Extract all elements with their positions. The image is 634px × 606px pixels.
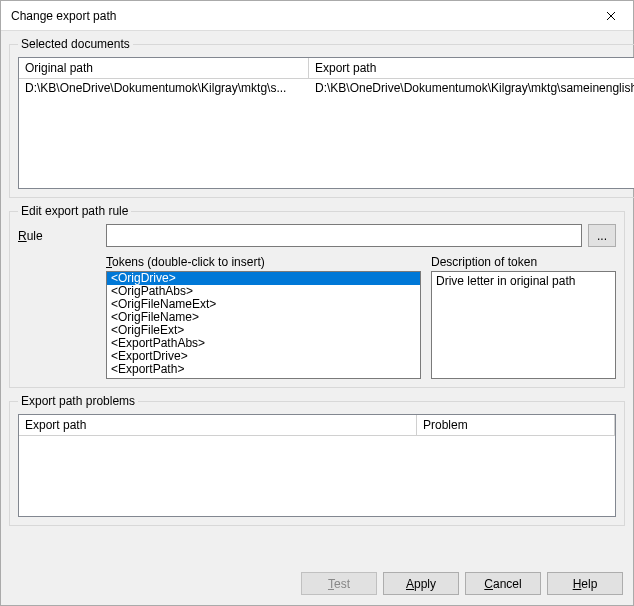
list-item[interactable]: <ExportPath> (107, 363, 420, 376)
problems-table[interactable]: Export path Problem (18, 414, 616, 517)
table-row[interactable]: D:\KB\OneDrive\Dokumentumok\Kilgray\mktg… (19, 79, 634, 97)
problems-group: Export path problems Export path Problem (9, 394, 625, 526)
column-header-export-path[interactable]: Export path (309, 58, 634, 78)
problems-table-header: Export path Problem (19, 415, 615, 436)
close-button[interactable] (588, 1, 633, 31)
cell-export-path: D:\KB\OneDrive\Dokumentumok\Kilgray\mktg… (309, 79, 634, 97)
dialog-content: Selected documents Original path Export … (1, 31, 633, 564)
column-header-export-path-2[interactable]: Export path (19, 415, 417, 435)
browse-button[interactable]: ... (588, 224, 616, 247)
close-icon (606, 11, 616, 21)
selected-documents-group: Selected documents Original path Export … (9, 37, 634, 198)
test-button: Test (301, 572, 377, 595)
documents-table-body: D:\KB\OneDrive\Dokumentumok\Kilgray\mktg… (19, 79, 634, 188)
description-column: Description of token Drive letter in ori… (431, 255, 616, 379)
rule-row: Rule ... (18, 224, 616, 247)
documents-table-header: Original path Export path (19, 58, 634, 79)
cancel-button[interactable]: Cancel (465, 572, 541, 595)
token-description: Drive letter in original path (431, 271, 616, 379)
tokens-label: Tokens (double-click to insert) (106, 255, 421, 269)
documents-table[interactable]: Original path Export path D:\KB\OneDrive… (18, 57, 634, 189)
column-header-original-path[interactable]: Original path (19, 58, 309, 78)
tokens-row: Tokens (double-click to insert) <OrigDri… (18, 255, 616, 379)
button-bar: Test Apply Cancel Help (1, 564, 633, 605)
help-button[interactable]: Help (547, 572, 623, 595)
column-header-problem[interactable]: Problem (417, 415, 615, 435)
titlebar: Change export path (1, 1, 633, 31)
description-label: Description of token (431, 255, 616, 269)
apply-button[interactable]: Apply (383, 572, 459, 595)
window-title: Change export path (11, 9, 116, 23)
rule-label: Rule (18, 229, 100, 243)
rule-input[interactable] (106, 224, 582, 247)
tokens-column: Tokens (double-click to insert) <OrigDri… (106, 255, 421, 379)
edit-rule-legend: Edit export path rule (18, 204, 131, 218)
edit-rule-group: Edit export path rule Rule ... Tokens (d… (9, 204, 625, 388)
problems-legend: Export path problems (18, 394, 138, 408)
tokens-listbox[interactable]: <OrigDrive> <OrigPathAbs> <OrigFileNameE… (106, 271, 421, 379)
dialog-window: Change export path Selected documents Or… (0, 0, 634, 606)
selected-documents-legend: Selected documents (18, 37, 133, 51)
cell-original-path: D:\KB\OneDrive\Dokumentumok\Kilgray\mktg… (19, 79, 309, 97)
